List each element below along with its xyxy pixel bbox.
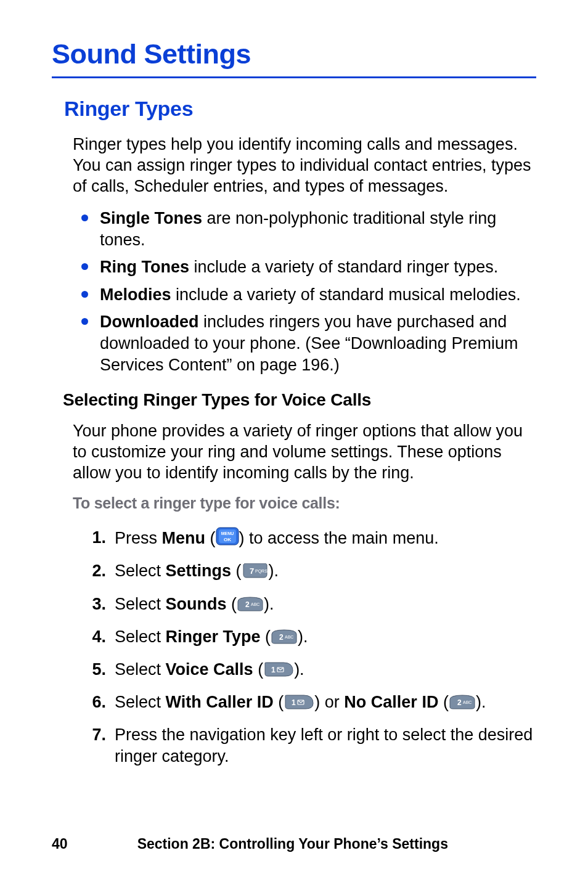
- step-text: (: [274, 693, 284, 711]
- bullet-list: Single Tones are non-polyphonic traditio…: [73, 208, 536, 375]
- list-item: Single Tones are non-polyphonic traditio…: [73, 208, 536, 250]
- step-text: Select: [115, 660, 166, 679]
- step-bold: Settings: [166, 561, 232, 580]
- lead-in: To select a ringer type for voice calls:: [73, 494, 536, 512]
- menu-ok-key-icon: MENUOK: [216, 527, 239, 545]
- footer-section: Section 2B: Controlling Your Phone’s Set…: [68, 836, 518, 852]
- step-item: Select Voice Calls (1).: [78, 659, 536, 680]
- step-text: Select: [115, 627, 166, 646]
- step-item: Select Ringer Type (2ABC).: [78, 626, 536, 648]
- step-text: (: [261, 627, 271, 646]
- step-text: (: [253, 660, 264, 679]
- step-bold: Voice Calls: [166, 660, 253, 679]
- bullet-text: include a variety of standard ringer typ…: [189, 258, 498, 276]
- step-item: Select Settings (7PQRS).: [78, 560, 536, 582]
- key-2-icon: 2ABC: [271, 629, 298, 644]
- step-text: (: [205, 529, 216, 547]
- bullet-text: include a variety of standard musical me…: [171, 285, 521, 304]
- svg-text:1: 1: [292, 698, 296, 707]
- key-1-icon: 1: [263, 662, 294, 677]
- svg-text:ABC: ABC: [251, 602, 259, 606]
- step-item: Select With Caller ID (1) or No Caller I…: [78, 692, 536, 713]
- svg-text:1: 1: [271, 666, 276, 674]
- step-item: Press Menu (MENUOK) to access the main m…: [78, 527, 536, 549]
- step-bold: Sounds: [166, 595, 227, 613]
- svg-text:MENU: MENU: [221, 531, 234, 536]
- step-text: ).: [264, 595, 274, 613]
- step-text: Press: [115, 529, 162, 547]
- list-item: Downloaded includes ringers you have pur…: [73, 311, 536, 375]
- step-text: ).: [298, 627, 308, 646]
- list-item: Ring Tones include a variety of standard…: [73, 256, 536, 278]
- sub-paragraph: Your phone provides a variety of ringer …: [73, 421, 536, 483]
- step-text: ).: [269, 561, 279, 580]
- key-2-icon: 2ABC: [237, 597, 264, 611]
- list-item: Melodies include a variety of standard m…: [73, 284, 536, 306]
- step-bold: No Caller ID: [344, 693, 438, 711]
- intro-paragraph: Ringer types help you identify incoming …: [73, 134, 536, 197]
- step-item: Press the navigation key left or right t…: [78, 724, 536, 767]
- svg-text:7: 7: [250, 566, 254, 576]
- step-text: Select: [115, 595, 166, 613]
- bullet-bold: Ring Tones: [100, 258, 189, 276]
- step-text: ).: [294, 660, 304, 679]
- step-text: ) to access the main menu.: [239, 529, 439, 547]
- page-number: 40: [52, 836, 68, 852]
- step-bold: Menu: [162, 529, 206, 547]
- section-heading: Ringer Types: [64, 97, 536, 121]
- svg-text:2: 2: [245, 600, 250, 609]
- step-text: ) or: [314, 693, 344, 711]
- bullet-bold: Downloaded: [100, 312, 199, 331]
- svg-text:2: 2: [279, 633, 284, 642]
- page-title: Sound Settings: [52, 38, 536, 78]
- bullet-bold: Single Tones: [100, 209, 202, 227]
- step-text: (: [227, 595, 237, 613]
- step-text: (: [231, 561, 242, 580]
- step-bold: Ringer Type: [166, 627, 261, 646]
- step-text: Select: [115, 693, 166, 711]
- step-text: Press the navigation key left or right t…: [115, 725, 533, 766]
- step-text: ).: [476, 693, 486, 711]
- subheading: Selecting Ringer Types for Voice Calls: [63, 390, 536, 410]
- step-bold: With Caller ID: [166, 693, 274, 711]
- key-1-icon: 1: [284, 695, 314, 709]
- svg-text:ABC: ABC: [463, 700, 472, 704]
- svg-text:ABC: ABC: [285, 635, 293, 639]
- step-text: (: [438, 693, 449, 711]
- svg-text:OK: OK: [224, 537, 231, 542]
- step-text: Select: [115, 561, 166, 580]
- steps-list: Press Menu (MENUOK) to access the main m…: [78, 527, 536, 767]
- step-item: Select Sounds (2ABC).: [78, 594, 536, 615]
- bullet-bold: Melodies: [100, 285, 171, 304]
- page-footer: 40 Section 2B: Controlling Your Phone’s …: [52, 836, 536, 852]
- svg-text:PQRS: PQRS: [255, 569, 267, 574]
- svg-text:2: 2: [457, 698, 462, 707]
- key-2-icon: 2ABC: [449, 695, 476, 709]
- key-7-icon: 7PQRS: [242, 563, 269, 578]
